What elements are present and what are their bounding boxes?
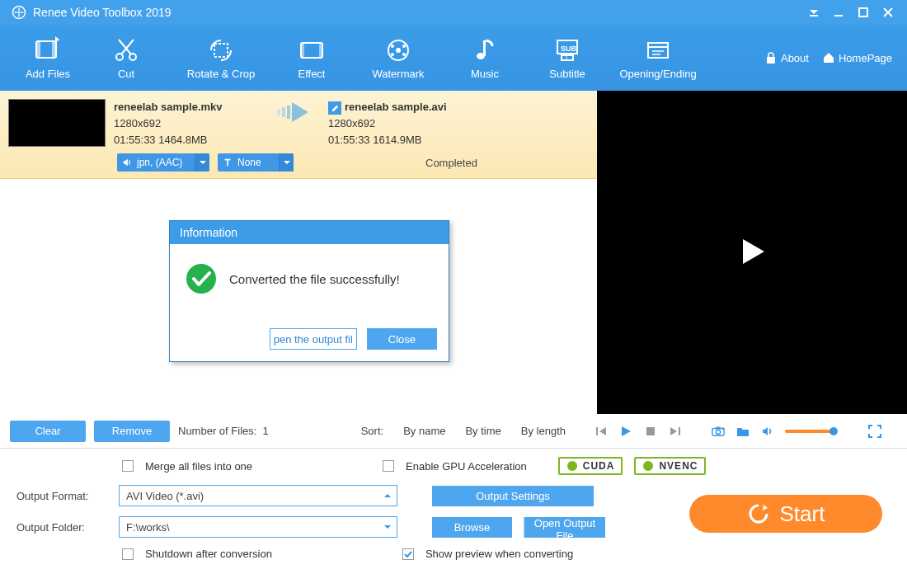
edit-icon[interactable]: [328, 101, 341, 115]
gpu-label: Enable GPU Acceleration: [406, 460, 527, 473]
subtitle-icon: SUBT: [551, 35, 584, 65]
dialog-message: Converted the file successfully!: [229, 272, 400, 286]
about-label: About: [781, 52, 809, 64]
cut-label: Cut: [118, 68, 134, 80]
svg-rect-41: [287, 106, 290, 119]
target-info: reneelab sample.avi 1280x692 01:55:33 16…: [328, 99, 589, 148]
output-format-combo[interactable]: AVI Video (*.avi): [119, 485, 397, 506]
open-output-file-button[interactable]: Open Output File: [524, 517, 605, 538]
dialog-title: Information: [170, 221, 449, 244]
svg-rect-20: [301, 43, 304, 58]
output-settings-button[interactable]: Output Settings: [432, 486, 594, 506]
shutdown-label: Shutdown after conversion: [145, 548, 272, 560]
minimize-button[interactable]: [826, 0, 851, 25]
speaker-icon: [117, 158, 137, 167]
merge-label: Merge all files into one: [145, 460, 252, 473]
output-folder-label: Output Folder:: [16, 521, 107, 534]
output-folder-combo[interactable]: F:\works\: [119, 516, 397, 538]
audio-track-value: jpn, (AAC): [137, 157, 195, 168]
svg-rect-13: [52, 41, 56, 58]
main-area: reneelab sample.mkv 1280x692 01:55:33 14…: [0, 91, 907, 414]
text-icon: [218, 158, 237, 167]
fullscreen-button[interactable]: [867, 424, 882, 439]
start-button[interactable]: Start: [689, 495, 882, 533]
subtitle-track-selector[interactable]: None: [218, 153, 294, 172]
lock-icon: [764, 51, 778, 64]
subtitle-button[interactable]: SUBT Subtitle: [526, 35, 609, 80]
svg-point-27: [402, 53, 406, 56]
homepage-link[interactable]: HomePage: [822, 51, 892, 64]
open-folder-button[interactable]: [735, 424, 750, 439]
add-files-button[interactable]: Add Files: [15, 35, 81, 80]
about-link[interactable]: About: [764, 51, 809, 64]
clear-button[interactable]: Clear: [10, 421, 86, 442]
gpu-checkbox[interactable]: [383, 460, 394, 472]
music-button[interactable]: Music: [444, 35, 526, 80]
sort-by-time[interactable]: By time: [465, 425, 500, 437]
opening-ending-label: Opening/Ending: [619, 68, 696, 80]
merge-checkbox[interactable]: [122, 460, 134, 472]
audio-track-selector[interactable]: jpn, (AAC): [117, 153, 209, 172]
open-output-dialog-button[interactable]: pen the output fil: [270, 328, 357, 350]
svg-rect-46: [679, 427, 680, 435]
close-button[interactable]: [876, 0, 900, 25]
svg-rect-8: [859, 8, 867, 16]
show-preview-checkbox[interactable]: [402, 548, 414, 560]
chevron-down-icon[interactable]: [195, 153, 209, 172]
svg-point-25: [402, 45, 406, 48]
file-count-value: 1: [263, 425, 269, 437]
add-files-label: Add Files: [26, 68, 70, 80]
music-label: Music: [471, 68, 499, 80]
play-small-button[interactable]: [618, 424, 633, 439]
watermark-icon: [382, 35, 415, 65]
effect-button[interactable]: Effect: [270, 35, 353, 80]
browse-button[interactable]: Browse: [432, 517, 512, 538]
homepage-label: HomePage: [839, 52, 892, 64]
file-item[interactable]: reneelab sample.mkv 1280x692 01:55:33 14…: [0, 91, 597, 179]
volume-button[interactable]: [760, 424, 775, 439]
title-bar: Renee Video Toolbox 2019: [0, 0, 907, 25]
svg-point-48: [716, 430, 720, 434]
svg-rect-40: [282, 107, 285, 117]
thumbnail: [8, 99, 106, 147]
snapshot-button[interactable]: [711, 424, 726, 439]
menu-dropdown-button[interactable]: [801, 0, 826, 25]
opening-ending-button[interactable]: Opening/Ending: [609, 35, 707, 80]
shutdown-checkbox[interactable]: [122, 548, 134, 560]
play-button[interactable]: [733, 233, 771, 273]
svg-point-24: [391, 45, 394, 48]
next-button[interactable]: [668, 424, 683, 439]
svg-line-17: [119, 40, 131, 54]
sort-by-name[interactable]: By name: [403, 425, 445, 437]
source-stats: 01:55:33 1464.8MB: [114, 132, 262, 148]
player-controls: [579, 424, 897, 439]
svg-rect-12: [36, 41, 40, 58]
svg-rect-34: [648, 43, 668, 58]
sort-label: Sort:: [361, 425, 383, 437]
remove-button[interactable]: Remove: [94, 421, 170, 442]
close-dialog-button[interactable]: Close: [367, 328, 437, 350]
home-icon: [822, 51, 835, 64]
conversion-status: Completed: [425, 157, 477, 169]
app-logo-icon: [12, 5, 26, 20]
svg-rect-44: [596, 427, 598, 435]
rotate-crop-button[interactable]: Rotate & Crop: [172, 35, 270, 80]
svg-point-52: [186, 264, 216, 294]
watermark-button[interactable]: Watermark: [353, 35, 444, 80]
app-title: Renee Video Toolbox 2019: [33, 6, 172, 19]
maximize-button[interactable]: [851, 0, 876, 25]
svg-text:T: T: [565, 54, 569, 60]
scissors-icon: [110, 35, 143, 65]
chevron-down-icon[interactable]: [279, 153, 294, 172]
cuda-badge: CUDA: [558, 457, 623, 475]
stop-button[interactable]: [643, 424, 658, 439]
sort-by-length[interactable]: By length: [521, 425, 566, 437]
svg-rect-7: [834, 15, 843, 16]
svg-rect-43: [227, 159, 228, 167]
target-stats: 01:55:33 1614.9MB: [328, 132, 589, 148]
volume-slider[interactable]: [785, 430, 834, 433]
info-dialog: Information Converted the file successfu…: [169, 220, 449, 362]
cut-button[interactable]: Cut: [81, 35, 172, 80]
svg-rect-38: [767, 57, 775, 64]
prev-button[interactable]: [594, 424, 609, 439]
